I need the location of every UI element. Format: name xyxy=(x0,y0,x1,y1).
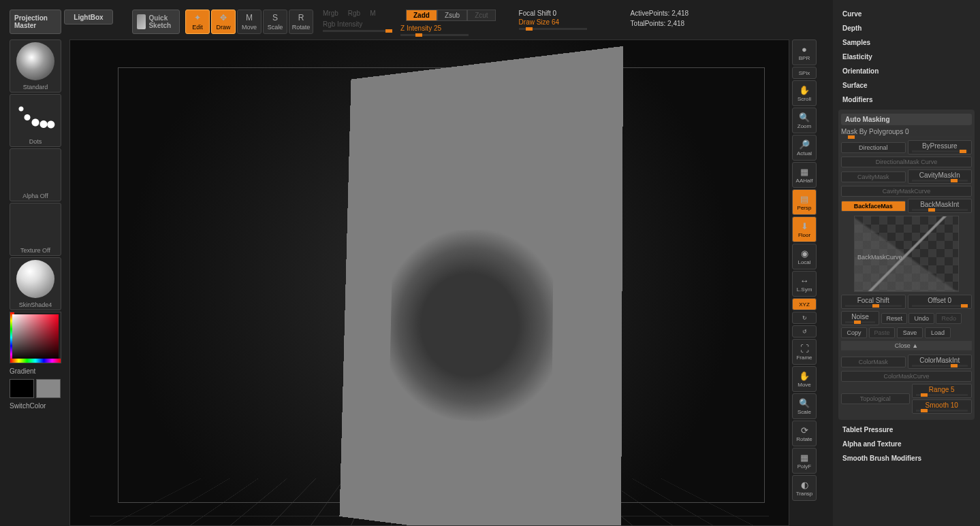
redo-button[interactable]: Redo xyxy=(936,313,962,324)
panel-samples[interactable]: Samples xyxy=(838,35,975,50)
colormask-toggle[interactable]: ColorMask xyxy=(841,357,906,367)
panel-elasticity[interactable]: Elasticity xyxy=(838,50,975,64)
zoom-button[interactable]: 🔍Zoom xyxy=(792,108,817,133)
transp-button[interactable]: ◐Transp xyxy=(792,475,817,501)
quick-sketch-button[interactable]: Quick Sketch xyxy=(132,10,180,34)
scroll-button[interactable]: ✋Scroll xyxy=(792,80,817,106)
lightbox-button[interactable]: LightBox xyxy=(64,10,113,24)
projection-master-button[interactable]: Projection Master xyxy=(10,10,61,34)
color-picker[interactable] xyxy=(10,312,61,363)
rgb-mode-area: Mrgb Rgb M Rgb Intensity xyxy=(323,10,391,32)
swatch-row xyxy=(10,379,64,398)
color-field[interactable] xyxy=(12,314,59,361)
mask-by-polygroups-slider[interactable]: Mask By Polygroups 0 xyxy=(841,128,972,138)
lsym-icon: ↔ xyxy=(800,276,809,286)
panel-tablet-pressure[interactable]: Tablet Pressure xyxy=(838,423,975,437)
actual-button[interactable]: 🔎Actual xyxy=(792,135,817,161)
draw-icon: ✥ xyxy=(217,13,230,22)
floor-button[interactable]: ⬇Floor xyxy=(792,216,817,242)
noise-slider[interactable]: Noise xyxy=(841,311,879,325)
spix-button[interactable]: SPix xyxy=(792,67,817,79)
brush-select[interactable]: Standard xyxy=(10,39,61,93)
move-tool-button[interactable]: MMove xyxy=(237,10,262,34)
mesh-plane[interactable] xyxy=(339,46,623,526)
load-button[interactable]: Load xyxy=(925,327,951,338)
zoom-icon: 🔍 xyxy=(799,112,810,122)
directional-toggle[interactable]: Directional xyxy=(841,142,906,153)
save-button[interactable]: Save xyxy=(897,327,923,338)
move-hand-icon: ✋ xyxy=(799,371,810,381)
range-slider[interactable]: Range 5 xyxy=(912,384,973,398)
scale-icon: S xyxy=(269,13,281,22)
zsub-button[interactable]: Zsub xyxy=(437,10,467,21)
cavitymask-curve[interactable]: CavityMaskCurve xyxy=(841,186,972,197)
xyz-button[interactable]: XYZ xyxy=(792,298,817,310)
undo-button[interactable]: Undo xyxy=(908,313,934,324)
cavitymask-toggle[interactable]: CavityMask xyxy=(841,171,906,182)
panel-modifiers[interactable]: Modifiers xyxy=(838,93,975,107)
alpha-select[interactable]: Alpha Off xyxy=(10,148,61,201)
texture-select[interactable]: Texture Off xyxy=(10,203,61,256)
backface-mask-toggle[interactable]: BackfaceMas xyxy=(841,201,906,212)
copy-button[interactable]: Copy xyxy=(841,327,867,338)
bpr-button[interactable]: ●BPR xyxy=(792,39,817,65)
curve-focal-shift-slider[interactable]: Focal Shift xyxy=(841,295,906,309)
close-curve-button[interactable]: Close ▲ xyxy=(841,341,972,350)
switch-color-button[interactable]: SwitchColor xyxy=(10,399,64,412)
nav-rotate-button[interactable]: ⟳Rotate xyxy=(792,421,817,446)
draw-size-slider[interactable] xyxy=(519,28,587,30)
scale-tool-button[interactable]: SScale xyxy=(263,10,287,34)
nav-scale-button[interactable]: 🔍Scale xyxy=(792,393,817,419)
directionalmask-curve[interactable]: DirectionalMask Curve xyxy=(841,157,972,167)
rotate-icon: R xyxy=(295,13,307,22)
topological-toggle[interactable]: Topological xyxy=(841,393,910,404)
panel-surface[interactable]: Surface xyxy=(838,78,975,93)
mrgb-toggle[interactable]: Mrgb xyxy=(323,10,338,17)
backmask-curve-editor[interactable]: BackMaskCurve xyxy=(854,216,959,292)
panel-alpha-texture[interactable]: Alpha and Texture xyxy=(838,437,975,451)
lsym-button[interactable]: ↔L.Sym xyxy=(792,271,817,297)
swatch-primary[interactable] xyxy=(36,379,61,398)
auto-masking-header[interactable]: Auto Masking xyxy=(841,114,972,125)
rgb-intensity-slider[interactable] xyxy=(323,30,391,32)
m-toggle[interactable]: M xyxy=(370,10,375,17)
scale-mag-icon: 🔍 xyxy=(799,398,810,408)
rot-ccw-button[interactable]: ↺ xyxy=(792,325,817,338)
material-select[interactable]: SkinShade4 xyxy=(10,257,61,310)
frame-button[interactable]: ⛶Frame xyxy=(792,339,817,365)
polyf-button[interactable]: ▦PolyF xyxy=(792,448,817,474)
viewport-canvas[interactable] xyxy=(69,39,789,526)
reset-button[interactable]: Reset xyxy=(881,313,907,324)
gradient-label[interactable]: Gradient xyxy=(10,365,64,378)
paste-button[interactable]: Paste xyxy=(869,327,895,338)
panel-smooth-brush-modifiers[interactable]: Smooth Brush Modifiers xyxy=(838,451,975,465)
draw-tool-button[interactable]: ✥Draw xyxy=(211,10,236,34)
zadd-button[interactable]: Zadd xyxy=(406,10,437,21)
colormask-curve[interactable]: ColorMaskCurve xyxy=(841,371,972,382)
z-intensity-slider[interactable] xyxy=(400,34,469,36)
zcut-button[interactable]: Zcut xyxy=(467,10,495,21)
bypressure-slider[interactable]: ByPressure xyxy=(908,140,973,154)
panel-curve[interactable]: Curve xyxy=(838,7,975,21)
local-button[interactable]: ◉Local xyxy=(792,244,817,269)
rot-cw-button[interactable]: ↻ xyxy=(792,312,817,324)
stroke-select[interactable]: Dots xyxy=(10,94,61,147)
hue-bottom[interactable] xyxy=(10,359,61,363)
swatch-secondary[interactable] xyxy=(10,379,34,398)
edit-tool-button[interactable]: ✦Edit xyxy=(185,10,210,34)
cavitymask-int-slider[interactable]: CavityMaskIn xyxy=(908,169,973,184)
aahalf-button[interactable]: ▦AAHalf xyxy=(792,162,817,188)
polyf-icon: ▦ xyxy=(800,453,808,463)
backmask-int-slider[interactable]: BackMaskInt xyxy=(908,199,973,213)
left-palette: Standard Dots Alpha Off Texture Off Skin… xyxy=(10,39,64,412)
curve-offset-slider[interactable]: Offset 0 xyxy=(908,295,973,309)
rgb-toggle[interactable]: Rgb xyxy=(348,10,360,17)
rotate-tool-button[interactable]: RRotate xyxy=(289,10,313,34)
colormask-int-slider[interactable]: ColorMaskInt xyxy=(908,355,973,369)
smooth-slider[interactable]: Smooth 10 xyxy=(912,399,973,414)
nav-move-button[interactable]: ✋Move xyxy=(792,366,817,392)
persp-button[interactable]: ▤Persp xyxy=(792,189,817,215)
panel-depth[interactable]: Depth xyxy=(838,21,975,35)
panel-orientation[interactable]: Orientation xyxy=(838,64,975,78)
frame-icon: ⛶ xyxy=(800,344,809,354)
